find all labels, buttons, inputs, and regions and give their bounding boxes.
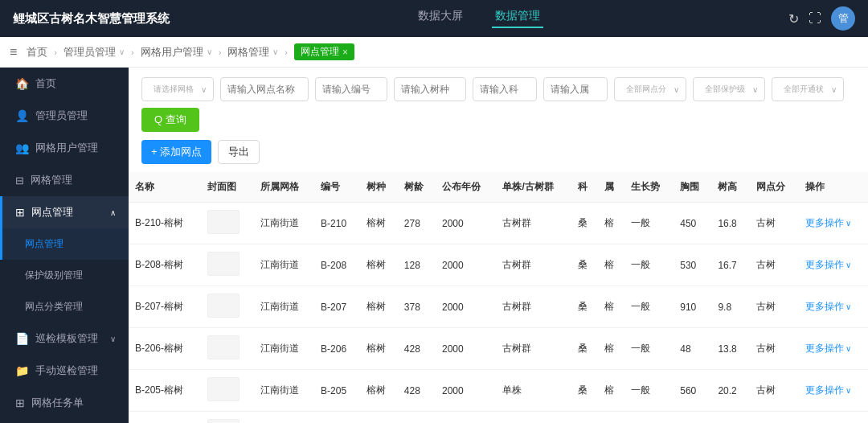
cell-height: 20.2 <box>711 370 749 412</box>
breadcrumb-sep-4: › <box>285 47 288 57</box>
sidebar-label-patrol: 巡检模板管理 <box>35 331 98 346</box>
cell-type: 单株 <box>496 370 571 412</box>
avatar[interactable]: 管 <box>831 6 855 31</box>
breadcrumb-home[interactable]: 首页 <box>27 45 47 60</box>
cell-op[interactable]: 更多操作 ∨ <box>799 203 868 244</box>
sidebar-item-grid-mgmt[interactable]: ⊟ 网格管理 <box>0 164 129 196</box>
cell-op[interactable]: 更多操作 ∨ <box>799 286 868 328</box>
cell-shu: 榕 <box>598 244 624 286</box>
sidebar-item-node-mgmt-sub[interactable]: 网点管理 <box>0 228 129 260</box>
col-tree-type: 树种 <box>360 172 398 203</box>
cell-type: 古树群 <box>496 203 571 244</box>
chevron-down-icon: ∨ <box>845 386 851 395</box>
more-op-button[interactable]: 更多操作 ∨ <box>805 342 862 355</box>
breadcrumb-grid-user[interactable]: 网格用户管理 ∨ <box>141 45 212 60</box>
cell-growth: 一般 <box>624 286 674 328</box>
cell-growth: 一般 <box>624 203 674 244</box>
header-right: ↻ ⛶ 管 <box>788 6 855 31</box>
network-select[interactable]: 请选择网格 ∨ <box>141 77 214 101</box>
cell-ke: 桑 <box>571 328 598 370</box>
more-op-button[interactable]: 更多操作 ∨ <box>805 300 862 314</box>
content-area: 请选择网格 ∨ 全部网点分 ∨ 全部保护级 ∨ 全部开通状 ∨ <box>129 68 868 423</box>
cell-img <box>201 370 254 412</box>
breadcrumb-sep-2: › <box>131 47 134 57</box>
cell-height: 13.8 <box>711 328 749 370</box>
col-score: 网点分 <box>750 172 799 203</box>
sidebar-label-node-sub: 网点管理 <box>25 237 63 251</box>
menu-icon[interactable]: ≡ <box>10 45 17 60</box>
name-input[interactable] <box>220 77 309 101</box>
refresh-icon[interactable]: ↻ <box>788 11 799 27</box>
cell-tree-type: 榕树 <box>360 286 398 328</box>
score-select[interactable]: 全部网点分 ∨ <box>614 77 686 101</box>
cell-score: 古树 <box>750 412 799 424</box>
cell-number: B-206 <box>314 328 360 370</box>
chevron-down-icon-prot: ∨ <box>752 85 758 94</box>
sidebar-item-node-detail[interactable]: 📋 网点巡查详情单 <box>0 419 129 423</box>
query-button[interactable]: Q 查询 <box>141 108 199 132</box>
sidebar-item-manual-patrol[interactable]: 📁 手动巡检管理 <box>0 355 129 387</box>
sidebar-item-grid-task[interactable]: ⊞ 网格任务单 <box>0 387 129 419</box>
cell-age: 128 <box>398 244 436 286</box>
shu-input[interactable] <box>543 77 608 101</box>
patrol-template-icon: 📄 <box>15 332 29 345</box>
breadcrumb-grid-mgmt[interactable]: 网格管理 ∨ <box>227 45 278 60</box>
nav-item-data-screen[interactable]: 数据大屏 <box>415 9 466 28</box>
ke-input[interactable] <box>473 77 537 101</box>
cell-year: 2000 <box>436 286 496 328</box>
cell-network: 江南街道 <box>254 286 314 328</box>
col-height: 树高 <box>711 172 749 203</box>
home-icon: 🏠 <box>15 77 29 90</box>
tree-thumbnail <box>207 210 240 234</box>
table-row: B-210-榕树 江南街道 B-210 榕树 278 2000 古树群 桑 榕 … <box>129 203 868 244</box>
status-select[interactable]: 全部开通状 ∨ <box>772 77 844 101</box>
cell-shu: 榕 <box>598 370 624 412</box>
export-button[interactable]: 导出 <box>218 140 260 164</box>
more-op-button[interactable]: 更多操作 ∨ <box>805 384 862 397</box>
cell-number: B-204 <box>314 412 360 424</box>
grid-user-icon: 👥 <box>15 142 29 154</box>
cell-op[interactable]: 更多操作 ∨ <box>799 244 868 286</box>
number-input[interactable] <box>315 77 387 101</box>
cell-op[interactable]: 更多操作 ∨ <box>799 412 868 424</box>
sidebar-item-category[interactable]: 网点分类管理 <box>0 291 129 322</box>
sidebar-item-home[interactable]: 🏠 首页 <box>0 68 129 100</box>
cell-type: 古树群 <box>496 244 571 286</box>
active-tab[interactable]: 网点管理 × <box>294 43 354 60</box>
fullscreen-icon[interactable]: ⛶ <box>809 11 821 26</box>
sidebar-item-patrol-template[interactable]: 📄 巡检模板管理 ∨ <box>0 322 129 355</box>
tree-thumbnail <box>207 294 240 318</box>
sidebar-item-grid-user[interactable]: 👥 网格用户管理 <box>0 132 129 164</box>
cell-shu: 榕 <box>598 328 624 370</box>
cell-chest: 240 <box>674 412 711 424</box>
sidebar-label-grid-task: 网格任务单 <box>31 396 84 410</box>
cell-year: 2000 <box>436 370 496 412</box>
close-icon[interactable]: × <box>342 47 348 58</box>
add-button[interactable]: + 添加网点 <box>141 140 211 164</box>
cell-op[interactable]: 更多操作 ∨ <box>799 328 868 370</box>
more-op-button[interactable]: 更多操作 ∨ <box>805 216 862 230</box>
sidebar-item-admin[interactable]: 👤 管理员管理 <box>0 100 129 132</box>
tree-type-input[interactable] <box>394 77 466 101</box>
nav-item-data-mgmt[interactable]: 数据管理 <box>492 9 543 28</box>
table-row: B-204-榕树 常泰街道 B-204 榕树 128 2000 单株 桑 榕 较… <box>129 412 868 424</box>
cell-chest: 560 <box>674 370 711 412</box>
sidebar-item-protection[interactable]: 保护级别管理 <box>0 260 129 291</box>
col-number: 编号 <box>314 172 360 203</box>
cell-op[interactable]: 更多操作 ∨ <box>799 370 868 412</box>
cell-tree-type: 榕树 <box>360 203 398 244</box>
breadcrumb-admin[interactable]: 管理员管理 ∨ <box>63 45 125 60</box>
tree-thumbnail <box>207 419 240 423</box>
col-network: 所属网格 <box>254 172 314 203</box>
chevron-down-icon-score: ∨ <box>674 85 679 94</box>
sidebar-item-node-mgmt[interactable]: ⊞ 网点管理 ∧ <box>0 196 129 228</box>
cell-shu: 榕 <box>598 412 624 424</box>
protection-select[interactable]: 全部保护级 ∨ <box>693 77 765 101</box>
tree-thumbnail <box>207 335 240 359</box>
cell-tree-type: 榕树 <box>360 370 398 412</box>
more-op-button[interactable]: 更多操作 ∨ <box>805 258 862 272</box>
filter-bar: 请选择网格 ∨ 全部网点分 ∨ 全部保护级 ∨ 全部开通状 ∨ <box>129 68 868 172</box>
active-tab-label: 网点管理 <box>301 45 339 59</box>
grid-task-icon: ⊞ <box>15 396 25 409</box>
cell-year: 2000 <box>436 328 496 370</box>
